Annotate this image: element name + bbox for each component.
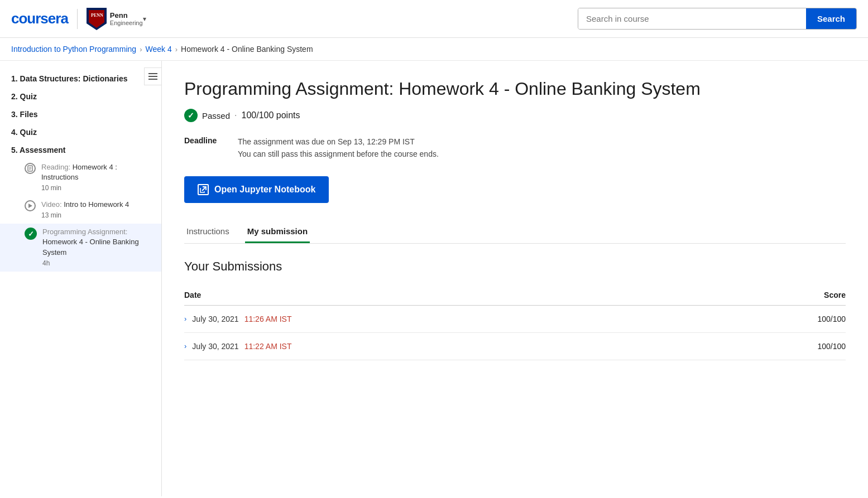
svg-marker-13	[28, 204, 32, 208]
submissions-title: Your Submissions	[184, 259, 846, 274]
col-score-header: Score	[708, 285, 846, 306]
book-icon	[27, 165, 33, 172]
open-jupyter-button[interactable]: Open Jupyter Notebook	[184, 176, 329, 203]
svg-rect-8	[151, 79, 152, 80]
submission-time: 11:22 AM IST	[244, 342, 292, 351]
university-badge: PENN Penn Engineering	[87, 8, 143, 30]
reading-icon	[25, 163, 36, 174]
open-notebook-label: Open Jupyter Notebook	[214, 185, 315, 195]
passed-sep: ·	[234, 110, 237, 120]
breadcrumb: Introduction to Python Programming › Wee…	[0, 38, 868, 61]
table-row: › July 30, 2021 11:22 AM IST 100/100	[184, 332, 846, 360]
passed-status: Passed	[202, 111, 230, 120]
tab-my-submission[interactable]: My submission	[245, 221, 310, 243]
submissions-table: Date Score › July 30, 2021 11:26 AM IST …	[184, 285, 846, 360]
passed-check-icon: ✓	[184, 109, 198, 122]
breadcrumb-sep-2: ›	[175, 45, 178, 54]
deadline-info: The assignment was due on Sep 13, 12:29 …	[238, 136, 439, 161]
penn-shield-icon: PENN	[87, 8, 107, 30]
sidebar-subitem-reading[interactable]: Reading: Homework 4 : Instructions 10 mi…	[0, 159, 161, 196]
row-expand-chevron[interactable]: ›	[184, 315, 186, 323]
svg-rect-4	[148, 76, 157, 77]
svg-rect-7	[151, 76, 152, 77]
external-link-icon	[198, 184, 209, 195]
deadline-section: Deadline The assignment was due on Sep 1…	[184, 136, 846, 161]
tabs-container: Instructions My submission	[184, 221, 846, 244]
main-layout: 1. Data Structures: Dictionaries 2. Quiz…	[0, 61, 868, 496]
submission-score: 100/100	[708, 332, 846, 360]
breadcrumb-week-link[interactable]: Week 4	[145, 45, 171, 54]
passed-badge: ✓ Passed · 100/100 points	[184, 109, 846, 122]
sidebar-subitem-programming-assignment[interactable]: ✓ Programming Assignment: Homework 4 - O…	[0, 224, 161, 271]
submission-date-cell: › July 30, 2021 11:26 AM IST	[184, 305, 708, 332]
submission-time: 11:26 AM IST	[244, 315, 292, 323]
col-date-header: Date	[184, 285, 708, 306]
breadcrumb-course-link[interactable]: Introduction to Python Programming	[11, 45, 136, 54]
sidebar-item-assessment[interactable]: 5. Assessment	[0, 141, 161, 159]
deadline-line2: You can still pass this assignment befor…	[238, 148, 439, 160]
breadcrumb-sep-1: ›	[140, 45, 142, 54]
breadcrumb-current-page: Homework 4 - Online Banking System	[181, 45, 313, 54]
svg-text:PENN: PENN	[91, 13, 103, 18]
sidebar-item-quiz-4[interactable]: 4. Quiz	[0, 123, 161, 141]
coursera-logo: coursera	[11, 10, 68, 27]
sidebar-subitem-video[interactable]: Video: Intro to Homework 4 13 min	[0, 196, 161, 224]
main-content: Programming Assignment: Homework 4 - Onl…	[162, 61, 868, 496]
submission-date-cell: › July 30, 2021 11:22 AM IST	[184, 332, 708, 360]
sidebar-toggle[interactable]	[144, 67, 162, 85]
passed-points: 100/100 points	[242, 110, 300, 120]
header: coursera PENN Penn Engineering ▾ Search	[0, 0, 868, 38]
tab-instructions[interactable]: Instructions	[184, 221, 232, 243]
play-icon	[27, 203, 33, 209]
search-button[interactable]: Search	[806, 8, 856, 29]
menu-icon	[148, 72, 157, 80]
completed-check-icon: ✓	[25, 228, 37, 240]
university-dropdown-chevron[interactable]: ▾	[143, 15, 146, 23]
search-input[interactable]	[578, 8, 806, 29]
table-row: › July 30, 2021 11:26 AM IST 100/100	[184, 305, 846, 332]
svg-line-14	[202, 187, 206, 191]
sidebar: 1. Data Structures: Dictionaries 2. Quiz…	[0, 61, 162, 496]
assignment-title: Programming Assignment: Homework 4 - Onl…	[184, 78, 846, 100]
deadline-line1: The assignment was due on Sep 13, 12:29 …	[238, 136, 439, 148]
sidebar-item-quiz-2[interactable]: 2. Quiz	[0, 88, 161, 105]
row-expand-chevron[interactable]: ›	[184, 342, 186, 350]
deadline-label: Deadline	[184, 136, 229, 145]
submission-date: July 30, 2021	[192, 315, 238, 323]
submission-date: July 30, 2021	[192, 342, 238, 351]
search-bar: Search	[578, 8, 857, 30]
sidebar-item-data-structures[interactable]: 1. Data Structures: Dictionaries	[0, 70, 161, 88]
submission-score: 100/100	[708, 305, 846, 332]
svg-rect-3	[148, 73, 157, 74]
header-divider	[77, 9, 78, 29]
video-icon	[25, 200, 36, 211]
svg-rect-5	[148, 79, 157, 80]
university-name-text: Penn Engineering	[110, 11, 143, 26]
sidebar-item-files[interactable]: 3. Files	[0, 105, 161, 123]
svg-rect-6	[151, 73, 152, 74]
